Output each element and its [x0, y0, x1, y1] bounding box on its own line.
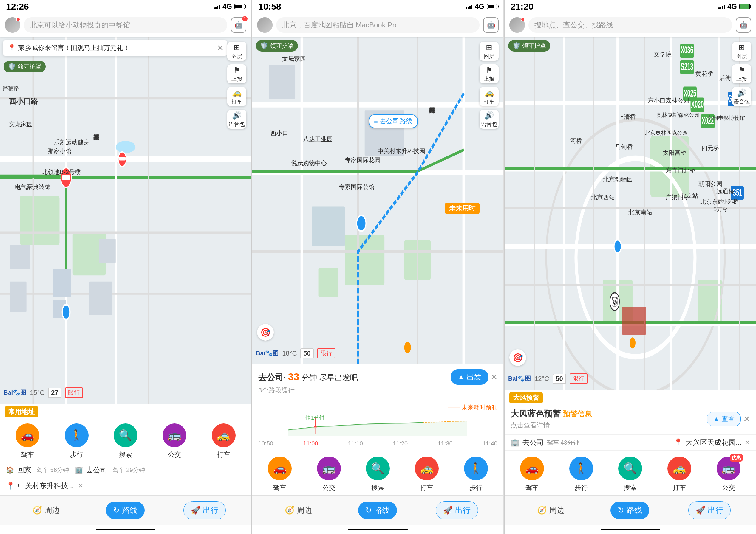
notification-dot-3 [521, 17, 525, 21]
nearby-btn-2[interactable]: 🧭 周边 [278, 501, 319, 519]
guardian-label-2: 领守护罩 [270, 42, 294, 50]
dismiss-btn[interactable]: ✕ [491, 372, 498, 382]
nearby-btn-1[interactable]: 🧭 周边 [25, 501, 67, 519]
action-search[interactable]: 🔍 搜索 [114, 423, 138, 459]
avatar-1[interactable] [5, 17, 20, 33]
robot-btn-3[interactable]: 🤖 [736, 17, 751, 33]
chart-area: —— 未来耗时预测 快1分钟 10:50 11:00 11:10 11:20 [252, 400, 503, 450]
depart-area: ▲ 出发 ✕ [451, 369, 498, 385]
recent-location-1[interactable]: 📍 中关村东升科技... ✕ [0, 478, 251, 495]
taxi-btn[interactable]: 🚕 打车 [227, 87, 246, 106]
dest-text: 去公司路线 [380, 117, 413, 126]
addr-office-3[interactable]: 🏢 去公司 驾车 43分钟 [511, 438, 579, 447]
report-btn-2[interactable]: ⚑ 上报 [479, 64, 499, 84]
speed-number-3: 50 [555, 375, 563, 382]
notif-close-btn[interactable]: ✕ [217, 43, 224, 53]
svg-text:X036: X036 [681, 45, 693, 56]
place-houjie: 后街 [719, 74, 731, 82]
recent-close[interactable]: ✕ [78, 482, 83, 489]
taxi-btn-2[interactable]: 🚕 打车 [479, 87, 499, 106]
commute-title: 去公司· 33 分钟 尽早出发吧 [258, 371, 358, 383]
search-input-1[interactable]: 北京可以给小动物投食的中餐馆 [24, 17, 227, 33]
baidu-logo-3: Bai🐾图 [508, 374, 531, 383]
layers-btn-3[interactable]: ⊞ 图层 [732, 42, 751, 61]
travel-btn-3[interactable]: 🚀 出行 [688, 501, 731, 520]
addr-home[interactable]: 🏠 回家 驾车 56分钟 [6, 465, 69, 475]
place-chaoyangpark: 朝阳公园 [698, 180, 722, 188]
map-area-1[interactable]: 📍 家乡喊你来留言！围观马上抽万元礼！ ✕ 🛡️ 领守护罩 ⊞ 图层 ⚑ 上报 … [0, 37, 251, 404]
guardian-banner-2[interactable]: 🛡️ 领守护罩 [256, 40, 298, 52]
action-search-3[interactable]: 🔍 搜索 [618, 457, 642, 492]
svg-point-21 [62, 305, 70, 319]
travel-btn-2[interactable]: 🚀 出行 [436, 501, 478, 520]
robot-btn-1[interactable]: 🤖 1 [231, 17, 246, 33]
action-walk[interactable]: 🚶 步行 [65, 423, 89, 459]
travel-icon: 🚀 [191, 506, 201, 515]
time-3: 21:20 [511, 2, 533, 12]
action-bus-2[interactable]: 🚌 公交 [317, 457, 341, 492]
addr-office[interactable]: 🏢 去公司 驾车 29分钟 [75, 465, 145, 475]
compass-btn-2[interactable]: 🎯 [257, 324, 274, 341]
action-drive[interactable]: 🚗 驾车 [15, 423, 40, 459]
search-input-2[interactable]: 北京，百度地图粘贴自 MacBook Pro [276, 17, 479, 33]
avatar-2[interactable] [257, 17, 273, 33]
depart-btn[interactable]: ▲ 出发 [451, 369, 488, 385]
addr-close-btn[interactable]: ✕ [745, 439, 750, 446]
report-btn[interactable]: ⚑ 上报 [227, 64, 246, 84]
place-siyuan: 四元桥 [701, 144, 719, 152]
dest-label-2[interactable]: ≡ 去公司路线 [368, 114, 418, 128]
alert-content: 大风蓝色预警 预警信息 点击查看详情 [511, 408, 592, 430]
place-wenlongjy: 文龙家园 [9, 120, 33, 128]
quick-actions-2: 🚗 驾车 🚌 公交 🔍 搜索 🚕 打车 🚶 步行 [252, 450, 503, 495]
guardian-label-3: 领守护罩 [522, 42, 546, 50]
drive-icon: 🚗 [15, 423, 40, 447]
guardian-banner-3[interactable]: 🛡️ 领守护罩 [508, 40, 550, 52]
map-area-2[interactable]: 🛡️ 领守护罩 ⊞ 图层 ⚑ 上报 🚕 打车 🔊 语音包 文晟家园 西小 [252, 37, 503, 365]
voice-btn-2[interactable]: 🔊 语音包 [479, 110, 499, 129]
layers-btn[interactable]: ⊞ 图层 [227, 42, 246, 61]
voice-btn-3[interactable]: 🔊 语音包 [732, 87, 751, 106]
report-btn-3[interactable]: ⚑ 上报 [732, 64, 751, 84]
nearby-btn-3[interactable]: 🧭 周边 [530, 501, 572, 519]
action-drive-2[interactable]: 🚗 驾车 [268, 457, 292, 492]
map-area-3[interactable]: 🐼 S213 X022 X025 X020 X036 S51 G101 [504, 37, 756, 390]
map-bg-1 [0, 37, 251, 404]
travel-btn-1[interactable]: 🚀 出行 [183, 501, 226, 520]
addr-daxing[interactable]: 📍 大兴区天成花园... ✕ [674, 438, 750, 447]
action-bus[interactable]: 🚌 公交 [163, 423, 186, 459]
action-taxi-2[interactable]: 🚕 打车 [415, 457, 439, 492]
place-bjaol: 北京奥林匹克公园 [645, 129, 688, 137]
action-taxi-3[interactable]: 🚕 打车 [667, 457, 691, 492]
map-controls-2: ⊞ 图层 ⚑ 上报 🚕 打车 🔊 语音包 [479, 42, 499, 129]
action-bus-3[interactable]: 🚌 优惠 公交 [716, 457, 741, 492]
voice-btn[interactable]: 🔊 语音包 [227, 110, 246, 129]
drive-icon-3: 🚗 [520, 457, 544, 480]
guardian-banner-1[interactable]: 🛡️ 领守护罩 [4, 61, 46, 72]
daxing-icon: 📍 [674, 438, 683, 447]
alert-view-btn[interactable]: ▲ 查看 [707, 412, 741, 426]
place-yuantong: 远通桥 [716, 188, 734, 195]
action-walk-3[interactable]: 🚶 步行 [569, 457, 593, 492]
notification-banner[interactable]: 📍 家乡喊你来留言！围观马上抽万元礼！ ✕ [3, 40, 227, 56]
route-icon: ↻ [113, 506, 120, 515]
address-shortcuts-1: 🏠 回家 驾车 56分钟 🏢 去公司 驾车 29分钟 [0, 462, 251, 478]
avatar-3[interactable] [509, 17, 525, 33]
time-labels: 10:50 11:00 11:10 11:20 11:30 11:40 [258, 440, 498, 447]
search-input-3[interactable]: 搜地点、查公交、找路线 [528, 17, 732, 33]
svg-text:X020: X020 [691, 99, 704, 110]
compass-btn-3[interactable]: 🎯 [509, 349, 526, 366]
place-najia: 那家小馆 [48, 147, 71, 155]
alert-close-btn[interactable]: ✕ [743, 414, 750, 424]
route-btn-2[interactable]: ↻ 路线 [358, 501, 397, 519]
action-drive-3[interactable]: 🚗 驾车 [520, 457, 544, 492]
action-search-2[interactable]: 🔍 搜索 [366, 457, 390, 492]
robot-btn-2[interactable]: 🤖 [483, 17, 499, 33]
guardian-icon: 🛡️ [8, 63, 16, 71]
layers-btn-2[interactable]: ⊞ 图层 [479, 42, 499, 61]
route-btn-1[interactable]: ↻ 路线 [106, 501, 145, 519]
speed-display-3: 50 [553, 374, 566, 384]
action-taxi[interactable]: 🚕 打车 [212, 423, 236, 459]
action-walk-2[interactable]: 🚶 步行 [464, 457, 488, 492]
route-btn-3[interactable]: ↻ 路线 [610, 501, 649, 519]
time-2: 10:58 [258, 2, 281, 12]
